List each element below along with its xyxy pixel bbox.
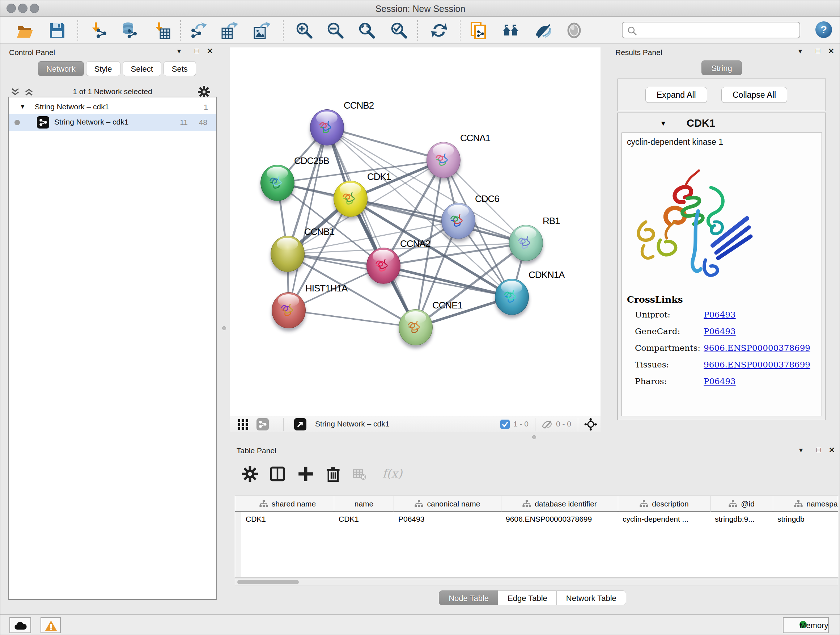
cell-name[interactable]: CDK1 xyxy=(336,515,393,529)
float-panel-icon[interactable]: ▾ xyxy=(177,47,181,55)
warnings-button[interactable] xyxy=(41,617,61,633)
delete-column-icon[interactable] xyxy=(325,466,341,482)
zoom-in-icon[interactable] xyxy=(295,22,313,39)
crosslink-link[interactable]: P06493 xyxy=(704,326,736,336)
entry-collapse-icon[interactable]: ▼ xyxy=(660,119,667,127)
crosslink-row: GeneCard:P06493 xyxy=(627,326,683,338)
tab-select[interactable]: Select xyxy=(123,61,161,76)
scrollbar-thumb[interactable] xyxy=(237,580,299,584)
import-network-database-icon[interactable] xyxy=(120,22,137,39)
network-options-gear-icon[interactable] xyxy=(198,86,210,98)
export-network-icon[interactable] xyxy=(190,22,208,39)
node-CDC25B[interactable] xyxy=(261,165,294,201)
column-header-description[interactable]: description xyxy=(618,496,711,512)
node-CCNB2[interactable] xyxy=(310,109,344,146)
control-panel-title: Control Panel xyxy=(9,48,55,57)
tab-style[interactable]: Style xyxy=(86,61,120,76)
node-CCNB1[interactable] xyxy=(271,236,305,272)
maximize-panel-icon[interactable]: □ xyxy=(195,47,199,55)
float-panel-icon[interactable]: ▾ xyxy=(798,47,802,55)
crosslink-link[interactable]: 9606.ENSP00000378699 xyxy=(704,343,810,353)
crosslink-link[interactable]: P06493 xyxy=(704,310,736,319)
tab-sets[interactable]: Sets xyxy=(164,61,196,76)
tab-network-table[interactable]: Network Table xyxy=(556,591,626,605)
import-table-file-icon[interactable] xyxy=(153,22,171,39)
node-table[interactable]: shared namenamecanonical namedatabase id… xyxy=(235,496,838,578)
edge-CCNB2-CCNE1[interactable] xyxy=(327,127,416,327)
zoom-selected-icon[interactable] xyxy=(390,22,408,39)
node-CCNA2[interactable] xyxy=(366,248,401,284)
fit-selected-crosshair-icon[interactable] xyxy=(584,418,597,431)
application-window: Session: New Session xyxy=(0,0,840,635)
tab-network[interactable]: Network xyxy=(38,61,84,76)
network-canvas[interactable]: CCNB2CCNA1CDC25BCDK1CDC6RB1CCNB1CCNA2CDK… xyxy=(230,48,600,416)
collapse-all-button[interactable]: Collapse All xyxy=(722,87,787,103)
cell-database-identifier[interactable]: 9606.ENSP00000378699 xyxy=(504,515,617,529)
node-label-CDC25B: CDC25B xyxy=(294,155,329,166)
edge-HIST1H1A-CCNE1[interactable] xyxy=(289,310,416,327)
node-CDK1[interactable] xyxy=(333,181,368,217)
crosslink-label: GeneCard: xyxy=(635,326,680,336)
cell-description[interactable]: cyclin-dependent ... xyxy=(621,515,710,529)
cell-shared-name[interactable]: CDK1 xyxy=(243,515,333,529)
left-splitter-handle[interactable] xyxy=(222,326,226,330)
column-header-canonical-name[interactable]: canonical name xyxy=(394,496,501,512)
maximize-panel-icon[interactable]: □ xyxy=(816,47,820,55)
node-CDKN1A[interactable] xyxy=(495,279,529,315)
help-button[interactable]: ? xyxy=(815,21,832,38)
cell-@id[interactable]: stringdb:9... xyxy=(713,515,772,529)
cell-canonical-name[interactable]: P06493 xyxy=(396,515,501,529)
network-row[interactable]: String Network – cdk1 11 48 xyxy=(9,114,216,131)
show-columns-icon[interactable] xyxy=(270,466,286,482)
export-image-icon[interactable] xyxy=(254,22,271,39)
tab-edge-table[interactable]: Edge Table xyxy=(498,591,557,605)
node-CDC6[interactable] xyxy=(441,203,475,239)
expand-all-button[interactable]: Expand All xyxy=(645,87,707,103)
selected-checkbox-icon[interactable] xyxy=(500,420,510,429)
collection-expand-icon[interactable]: ▼ xyxy=(19,103,26,111)
import-network-file-icon[interactable] xyxy=(90,22,107,39)
first-neighbors-icon[interactable] xyxy=(502,22,519,39)
column-header-shared-name[interactable]: shared name xyxy=(241,496,334,512)
cloud-button[interactable] xyxy=(9,617,31,633)
node-RB1[interactable] xyxy=(509,225,543,261)
open-session-icon[interactable] xyxy=(16,22,34,39)
crosslink-link[interactable]: P06493 xyxy=(704,377,736,386)
column-header-name[interactable]: name xyxy=(334,496,394,512)
network-collection-row[interactable]: ▼ String Network – cdk1 1 xyxy=(9,99,216,116)
hide-selected-icon[interactable] xyxy=(534,22,551,39)
table-options-gear-icon[interactable] xyxy=(242,466,258,482)
show-all-icon[interactable] xyxy=(565,22,583,39)
network-view-icon[interactable] xyxy=(256,418,269,431)
column-header-@id[interactable]: @id xyxy=(711,496,773,512)
grid-view-icon[interactable] xyxy=(238,419,248,430)
close-panel-icon[interactable]: ✕ xyxy=(207,47,213,55)
close-panel-icon[interactable]: ✕ xyxy=(828,47,834,55)
duplicate-network-icon[interactable] xyxy=(470,22,487,39)
zoom-fit-icon[interactable] xyxy=(358,22,376,39)
maximize-panel-icon[interactable]: □ xyxy=(816,446,821,454)
column-header-namespace[interactable]: namespace xyxy=(773,496,838,512)
node-label-CDC6: CDC6 xyxy=(475,193,499,204)
memory-button[interactable]: Memory xyxy=(783,617,829,633)
birds-eye-view-icon[interactable] xyxy=(294,418,306,431)
column-header-database-identifier[interactable]: database identifier xyxy=(501,496,618,512)
tab-node-table[interactable]: Node Table xyxy=(439,591,499,605)
node-CCNA1[interactable] xyxy=(426,142,461,178)
horizontal-splitter-handle[interactable] xyxy=(532,435,536,439)
export-table-icon[interactable] xyxy=(221,22,239,39)
save-session-icon[interactable] xyxy=(49,22,66,39)
table-horizontal-scrollbar[interactable] xyxy=(235,579,838,585)
control-panel-tabs: NetworkStyleSelectSets xyxy=(38,61,198,76)
node-CCNE1[interactable] xyxy=(399,309,433,345)
create-column-icon[interactable] xyxy=(298,466,314,482)
close-panel-icon[interactable]: ✕ xyxy=(829,446,835,454)
tab-string[interactable]: String xyxy=(701,60,742,75)
update-network-icon[interactable] xyxy=(431,22,448,39)
cell-namespace[interactable]: stringdb xyxy=(775,515,838,529)
zoom-out-icon[interactable] xyxy=(327,22,344,39)
search-input[interactable] xyxy=(622,22,800,38)
crosslink-link[interactable]: 9606.ENSP00000378699 xyxy=(704,360,810,369)
node-HIST1H1A[interactable] xyxy=(272,292,306,328)
float-panel-icon[interactable]: ▾ xyxy=(799,446,803,454)
